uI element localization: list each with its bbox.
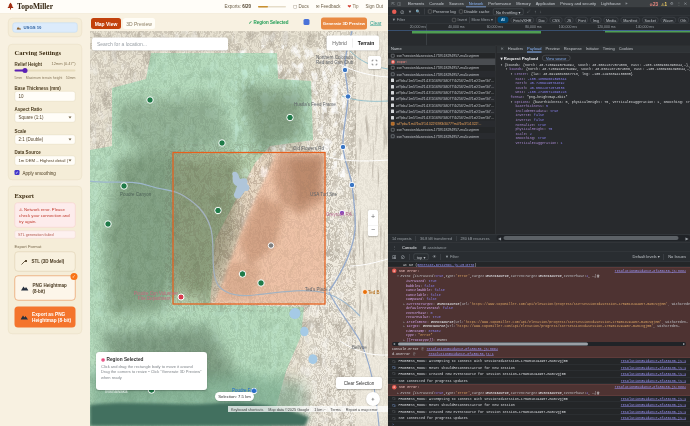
svg-text:Poudre Canyon: Poudre Canyon	[120, 192, 152, 197]
svg-text:Ted B: Ted B	[368, 290, 380, 295]
svg-text:USA Turf Site: USA Turf Site	[310, 192, 338, 197]
svg-text:Hustla’s Feed Frame: Hustla’s Feed Frame	[294, 102, 336, 107]
svg-text:Ted's Place: Ted's Place	[305, 287, 328, 292]
svg-text:Bellvue: Bellvue	[352, 345, 367, 350]
svg-text:Greyrock RA: Greyrock RA	[326, 212, 352, 217]
svg-text:Red and Gun Club: Red and Gun Club	[316, 60, 354, 65]
svg-text:Old Flowers Rd: Old Flowers Rd	[293, 146, 325, 151]
svg-text:Fire Department: Fire Department	[138, 296, 171, 301]
